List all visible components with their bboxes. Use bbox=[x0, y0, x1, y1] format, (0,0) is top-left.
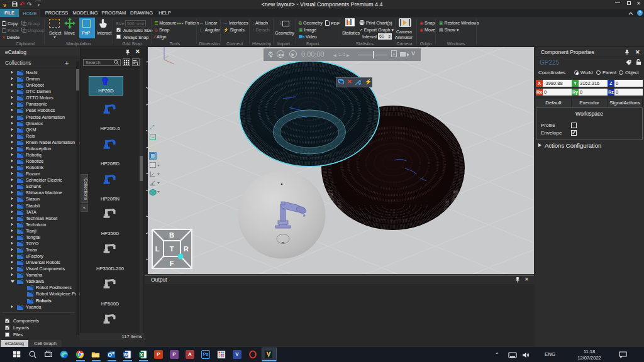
svg-text:F: F bbox=[170, 260, 174, 267]
svg-text:L: L bbox=[155, 245, 160, 253]
svg-text:W: W bbox=[124, 353, 128, 357]
svg-text:R: R bbox=[184, 245, 189, 253]
svg-text:T: T bbox=[170, 245, 174, 253]
svg-text:B: B bbox=[169, 231, 174, 239]
svg-text:X: X bbox=[140, 353, 143, 357]
